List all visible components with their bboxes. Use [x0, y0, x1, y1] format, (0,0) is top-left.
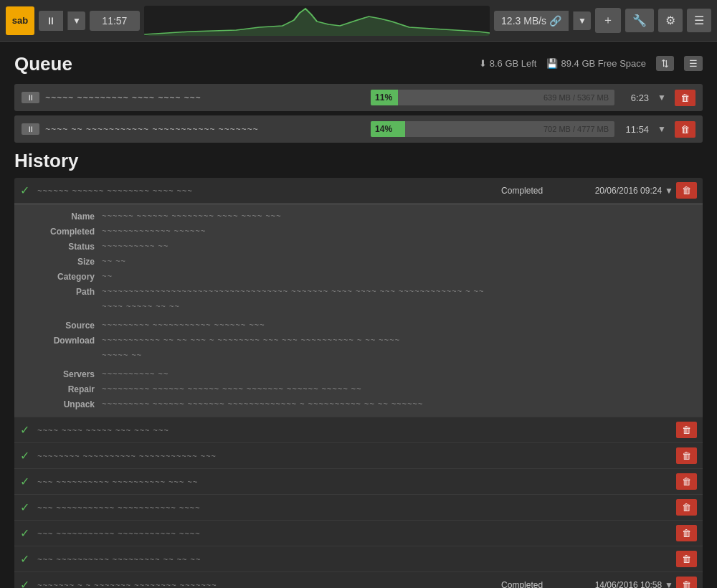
history-status: Completed: [490, 580, 554, 589]
list-button[interactable]: ☰: [684, 56, 703, 71]
history-row[interactable]: ✓ ~~~~~~~~ ~~~~~~~~~~ ~~~~~~~~~~~ ~~~ 🗑: [14, 443, 703, 469]
queue-item: ⏸ ~~~~ ~~ ~~~~~~~~~~~ ~~~~~~~~~~~ ~~~~~~…: [14, 115, 703, 143]
item-pause-button[interactable]: ⏸: [22, 92, 39, 103]
detail-label-repair: Repair: [23, 383, 95, 396]
history-row[interactable]: ✓ ~~~ ~~~~~~~~~~~ ~~~~~~~~~~~ ~~~~ 🗑: [14, 495, 703, 521]
history-delete[interactable]: 🗑: [676, 182, 697, 199]
check-icon: ✓: [20, 552, 37, 566]
detail-label-completed: Completed: [23, 225, 95, 238]
speed-value: 12.3 MB/s: [501, 15, 546, 27]
history-section: History ✓ ~~~~~~ ~~~~~~ ~~~~~~~~ ~~~~ ~~…: [14, 150, 703, 588]
queue-time-left: 6:23: [620, 93, 649, 103]
history-item-name: ~~~~ ~~~~ ~~~~~ ~~~ ~~~ ~~~: [37, 426, 676, 435]
detail-label-path2: [23, 300, 95, 312]
speed-chart: [144, 6, 490, 36]
detail-value-repair: ~~~~~~~~~ ~~~~~~ ~~~~~~ ~~~~ ~~~~~~~ ~~~…: [102, 383, 694, 396]
detail-label-download2: [23, 349, 95, 361]
pause-dropdown-button[interactable]: ▼: [67, 11, 85, 30]
queue-header-info: ⬇ 8.6 GB Left 💾 89.4 GB Free Space ⇅ ☰: [479, 56, 703, 71]
queue-item-dropdown[interactable]: ▼: [655, 123, 669, 136]
detail-grid: Name ~~~~~~ ~~~~~~ ~~~~~~~~ ~~~~ ~~~~ ~~…: [23, 210, 694, 411]
detail-label-status: Status: [23, 240, 95, 253]
history-row[interactable]: ✓ ~~~~~~ ~~~~~~ ~~~~~~~~ ~~~~ ~~~ Comple…: [14, 178, 703, 204]
gear-icon-button[interactable]: ⚙: [658, 9, 683, 32]
history-item-name: ~~~ ~~~~~~~~~~ ~~~~~~~~~ ~~ ~~ ~~: [37, 555, 676, 564]
detail-label-download: Download: [23, 334, 95, 347]
add-button[interactable]: ＋: [595, 8, 621, 33]
item-pause-button[interactable]: ⏸: [22, 123, 39, 135]
queue-item-delete[interactable]: 🗑: [675, 121, 695, 138]
detail-value-path: ~~~~~~~~~~~~~~~~~~~~~~~~~~~~~~~~~~~ ~~~~…: [102, 285, 694, 298]
history-row[interactable]: ✓ ~~~~~~~ ~ ~ ~~~~~~~ ~~~~~~~~ ~~~~~~~ C…: [14, 572, 703, 588]
check-icon: ✓: [20, 475, 37, 488]
history-entry-expanded: ✓ ~~~~~~ ~~~~~~ ~~~~~~~~ ~~~~ ~~~ Comple…: [14, 178, 703, 417]
history-row[interactable]: ✓ ~~~ ~~~~~~~~~~~ ~~~~~~~~~~~ ~~~~ 🗑: [14, 521, 703, 546]
history-status: Completed: [490, 186, 554, 196]
detail-value-servers: ~~~~~~~~~~ ~~: [102, 368, 694, 381]
progress-size: 639 MB / 5367 MB: [543, 93, 609, 102]
history-item-name: ~~~ ~~~~~~~~~~ ~~~~~~~~~~ ~~~ ~~: [37, 478, 676, 486]
time-display: 11:57: [90, 11, 140, 31]
menu-button[interactable]: ☰: [687, 9, 711, 32]
gb-left: ⬇ 8.6 GB Left: [479, 58, 537, 69]
queue-time-left: 11:54: [620, 124, 649, 135]
detail-value-path2: ~~~~ ~~~~~ ~~ ~~: [102, 300, 694, 312]
queue-item-name: ~~~~~ ~~~~~~~~~ ~~~~ ~~~~ ~~~: [45, 93, 365, 103]
history-delete[interactable]: 🗑: [676, 577, 697, 588]
detail-value-status: ~~~~~~~~~~ ~~: [102, 240, 694, 253]
history-delete[interactable]: 🗑: [676, 551, 697, 567]
check-icon: ✓: [20, 501, 37, 514]
history-item-name: ~~~~~~~ ~ ~ ~~~~~~~ ~~~~~~~~ ~~~~~~~: [37, 581, 490, 589]
history-delete[interactable]: 🗑: [676, 525, 697, 541]
detail-label-unpack: Unpack: [23, 398, 95, 411]
detail-value-category: ~~: [102, 270, 694, 283]
pause-button[interactable]: ⏸: [39, 11, 63, 31]
queue-item: ⏸ ~~~~~ ~~~~~~~~~ ~~~~ ~~~~ ~~~ 11% 639 …: [14, 84, 703, 111]
history-row[interactable]: ✓ ~~~~ ~~~~ ~~~~~ ~~~ ~~~ ~~~ 🗑: [14, 417, 703, 443]
history-item-name: ~~~ ~~~~~~~~~~~ ~~~~~~~~~~~ ~~~~: [37, 503, 676, 512]
check-icon: ✓: [20, 184, 37, 197]
progress-percent: 11%: [375, 93, 392, 103]
queue-item-dropdown[interactable]: ▼: [655, 91, 669, 104]
link-icon: 🔗: [549, 15, 561, 27]
sort-button[interactable]: ⇅: [656, 56, 674, 71]
speed-dropdown-button[interactable]: ▼: [573, 11, 591, 30]
detail-label-source: Source: [23, 319, 95, 332]
check-icon: ✓: [20, 526, 37, 540]
detail-value-completed: ~~~~~~~~~~~~~ ~~~~~~: [102, 225, 694, 238]
history-delete[interactable]: 🗑: [676, 473, 697, 490]
wrench-icon-button[interactable]: 🔧: [625, 9, 654, 32]
speed-display: 12.3 MB/s 🔗: [494, 11, 569, 31]
navbar: sab ⏸ ▼ 11:57 12.3 MB/s 🔗 ▼ ＋ 🔧 ⚙ ☰: [0, 0, 717, 42]
detail-label-size: Size: [23, 255, 95, 268]
detail-value-download2: ~~~~~ ~~: [102, 349, 694, 361]
history-row[interactable]: ✓ ~~~ ~~~~~~~~~~ ~~~~~~~~~ ~~ ~~ ~~ 🗑: [14, 546, 703, 572]
history-date: 14/06/2016 10:58: [554, 580, 662, 589]
history-item-name: ~~~ ~~~~~~~~~~~ ~~~~~~~~~~~ ~~~~: [37, 529, 676, 538]
detail-label-name: Name: [23, 210, 95, 223]
progress-bar-container: 14% 702 MB / 4777 MB: [371, 121, 614, 137]
queue-section: Queue ⬇ 8.6 GB Left 💾 89.4 GB Free Space…: [14, 50, 703, 143]
svg-marker-0: [144, 9, 490, 36]
history-delete[interactable]: 🗑: [676, 422, 697, 438]
history-dropdown[interactable]: ▼: [662, 579, 676, 589]
logo: sab: [6, 6, 34, 35]
history-row[interactable]: ✓ ~~~ ~~~~~~~~~~ ~~~~~~~~~~ ~~~ ~~ 🗑: [14, 469, 703, 495]
main-content: Queue ⬇ 8.6 GB Left 💾 89.4 GB Free Space…: [0, 42, 717, 588]
history-delete[interactable]: 🗑: [676, 499, 697, 516]
check-icon: ✓: [20, 423, 37, 437]
progress-percent: 14%: [375, 124, 392, 134]
detail-label-path: Path: [23, 285, 95, 298]
check-icon: ✓: [20, 578, 37, 588]
check-icon: ✓: [20, 449, 37, 463]
history-item-name: ~~~~~~~~ ~~~~~~~~~~ ~~~~~~~~~~~ ~~~: [37, 452, 676, 460]
history-dropdown[interactable]: ▼: [662, 184, 676, 197]
free-space: 💾 89.4 GB Free Space: [546, 58, 646, 69]
queue-item-delete[interactable]: 🗑: [675, 90, 695, 106]
history-title: History: [14, 150, 703, 172]
detail-label-category: Category: [23, 270, 95, 283]
detail-value-unpack: ~~~~~~~~~ ~~~~~~ ~~~~~~~ ~~~~~~~~~~~~~ ~…: [102, 398, 694, 411]
history-delete[interactable]: 🗑: [676, 447, 697, 464]
progress-size: 702 MB / 4777 MB: [543, 125, 609, 133]
progress-bar-container: 11% 639 MB / 5367 MB: [371, 90, 614, 105]
